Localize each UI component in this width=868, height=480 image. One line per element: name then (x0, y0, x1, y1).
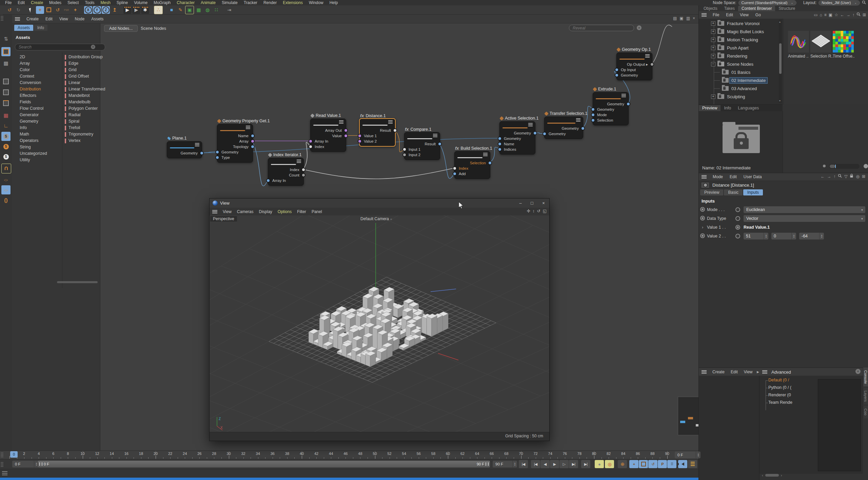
render-settings-icon[interactable]: ✱ (141, 6, 149, 14)
asset-radial[interactable]: Radial (65, 112, 100, 118)
input-port-value-2[interactable]: Value 2 (360, 139, 395, 144)
asset-distribution-group[interactable]: Distribution Group (65, 54, 100, 60)
menu-simulate[interactable]: Simulate (219, 0, 241, 5)
category-generator[interactable]: Generator (12, 112, 62, 118)
input-port-input-2[interactable]: Input 2 (405, 152, 440, 158)
node-menu-icon[interactable] (528, 123, 533, 126)
snap-2d-icon[interactable]: S (1, 152, 11, 161)
axis-mode-icon[interactable]: ∟ (1, 121, 11, 130)
expand-icon[interactable]: + (711, 38, 715, 42)
input-port-name[interactable]: Name (500, 141, 535, 147)
filter-settings-icon[interactable]: ≡ (824, 13, 827, 17)
port-dot[interactable] (453, 167, 456, 170)
hamburger-menu-icon[interactable] (702, 13, 707, 17)
ne-window-icon-3[interactable]: × (693, 16, 695, 21)
view-window-titlebar[interactable]: View – □ × (210, 199, 549, 208)
output-port-topology[interactable]: Topology (217, 144, 253, 149)
asset-trefoil[interactable]: Trefoil (65, 125, 100, 131)
category-color[interactable]: Color (12, 67, 62, 73)
port-dot[interactable] (627, 103, 630, 105)
node-menu-icon[interactable] (246, 126, 250, 129)
scroll-up-icon[interactable]: ▴ (779, 20, 781, 23)
camera-label[interactable]: Default Camera ⠶ (360, 216, 392, 221)
asset-trigonometry[interactable]: Trigonometry (65, 131, 100, 138)
side-tab-console[interactable]: Console (863, 368, 868, 387)
psr-icon[interactable]: PSR (62, 6, 71, 14)
node-menu-icon[interactable] (576, 118, 580, 122)
port-dot[interactable] (302, 168, 305, 171)
render-view-icon[interactable]: ▶ (123, 6, 132, 14)
polygon-mode-icon[interactable] (1, 99, 11, 108)
asset-grid[interactable]: Grid (65, 67, 100, 73)
node-read-value-1[interactable]: Read Value.1Array OutValueArray InIndex (310, 119, 346, 152)
expand-icon[interactable]: + (711, 95, 715, 99)
port-dot[interactable] (309, 145, 312, 148)
port-dot[interactable] (251, 134, 254, 137)
node-menu-icon[interactable] (483, 153, 488, 156)
value-field-2[interactable]: -64▴▾ (799, 233, 824, 239)
sound-toggle[interactable] (678, 460, 687, 468)
record-scale-toggle[interactable] (639, 460, 648, 468)
port-dot[interactable] (216, 156, 219, 159)
menu-modes[interactable]: Modes (46, 0, 64, 5)
node-active-selection-1[interactable]: Active Selection.1GeometryGeometryNameIn… (499, 121, 535, 154)
console-horizontal-scrollbar[interactable]: ‹› (762, 473, 782, 477)
y-axis-lock-icon[interactable]: Y (93, 6, 101, 14)
ne-menu-view[interactable]: View (56, 16, 71, 22)
hamburger-menu-icon[interactable] (702, 175, 707, 179)
record-button[interactable]: ◎ (605, 460, 614, 468)
category-context[interactable]: Context (12, 73, 62, 80)
menu-mesh[interactable]: Mesh (97, 0, 113, 5)
workplane-lock-icon[interactable]: ◇ (1, 185, 11, 194)
input-port-selection[interactable]: Selection (593, 118, 628, 123)
edge-mode-icon[interactable] (1, 88, 11, 97)
attribute-tab-inputs[interactable]: Inputs (743, 189, 763, 195)
port-dot[interactable] (498, 148, 501, 151)
connection-port-icon[interactable] (735, 234, 740, 238)
cb-menu-view[interactable]: View (736, 12, 752, 18)
snap-3d-icon[interactable]: S (1, 142, 11, 151)
hamburger-menu-icon[interactable] (212, 210, 217, 213)
hamburger-menu-icon[interactable] (702, 370, 707, 374)
category-conversion[interactable]: Conversion (12, 80, 62, 86)
layout-select[interactable]: Nodes_JM (User)⌄ (818, 0, 860, 5)
port-dot[interactable] (592, 119, 594, 122)
cb-menu-edit[interactable]: Edit (723, 12, 736, 18)
play-button[interactable]: ▶ (550, 460, 559, 468)
new-window-icon[interactable]: ⊞ (863, 13, 866, 17)
category-array[interactable]: Array (12, 60, 62, 67)
asset-grid-offset[interactable]: Grid Offset (65, 73, 100, 80)
menu-create[interactable]: Create (28, 0, 46, 5)
lock-icon[interactable] (850, 174, 853, 179)
vw-menu-panel[interactable]: Panel (309, 209, 325, 214)
range-end-handle[interactable] (486, 462, 489, 466)
next-frame-button[interactable]: ▷ (559, 460, 569, 468)
live-selection-icon[interactable] (27, 6, 35, 14)
expand-icon[interactable]: + (711, 21, 715, 26)
connection-port-icon[interactable] (735, 225, 740, 230)
tree-item-rendering[interactable]: +Rendering (711, 52, 747, 60)
port-dot[interactable] (615, 68, 618, 71)
tree-item-03-advanced[interactable]: 03 Advanced (722, 84, 757, 92)
node-menu-icon[interactable] (388, 120, 393, 124)
expand-icon[interactable]: + (711, 29, 715, 34)
point-mode-icon[interactable] (1, 77, 11, 86)
output-port-geometry[interactable]: Geometry (167, 150, 202, 156)
workplane-mode-icon[interactable]: () (1, 195, 11, 205)
asset-linear-transformed[interactable]: Linear Transformed (65, 86, 100, 92)
category-info[interactable]: Info (12, 125, 62, 131)
tree-item-01-basics[interactable]: 01 Basics (722, 68, 750, 76)
vw-menu-cameras[interactable]: Cameras (234, 209, 256, 214)
category-utility[interactable]: Utility (12, 157, 62, 163)
value-field-1[interactable]: 0▴▾ (771, 233, 796, 239)
node-index-iterator-1[interactable]: Index Iterator.1IndexCountArray In (268, 158, 304, 186)
port-ring-icon[interactable] (700, 207, 705, 212)
next-key-button[interactable]: ▶| (569, 460, 578, 468)
tree-item-fracture-voronoi[interactable]: +Fracture Voronoi (711, 19, 760, 27)
forward-icon[interactable]: → (827, 174, 831, 179)
category-fields[interactable]: Fields (12, 99, 62, 105)
node-extrude-1[interactable]: Extrude.1GeometryGeometryModeSelection (593, 92, 629, 125)
preview-tab-info[interactable]: Info (721, 105, 734, 111)
x-axis-lock-icon[interactable]: X (84, 6, 92, 14)
menu-spline[interactable]: Spline (114, 0, 131, 5)
